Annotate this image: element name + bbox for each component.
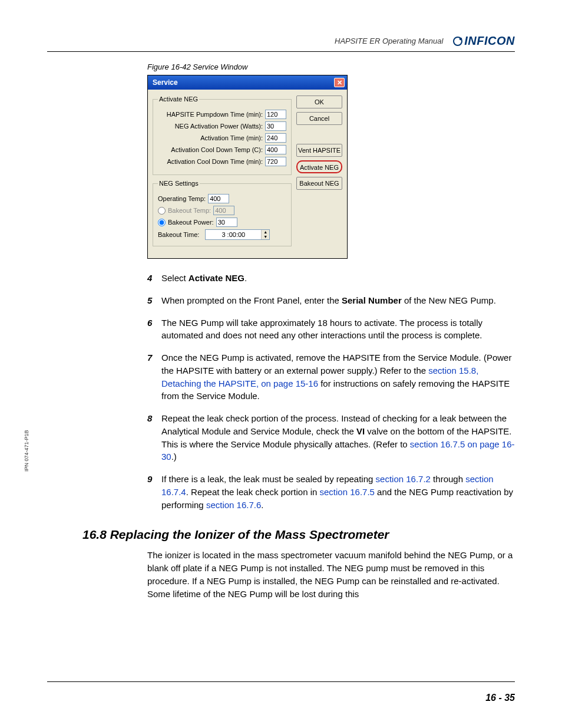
page-header: HAPSITE ER Operating Manual INFICON — [47, 34, 515, 52]
act-time-label: Activation Time (min): — [158, 134, 263, 141]
step-number: 6 — [147, 317, 161, 342]
manual-name: HAPSITE ER Operating Manual — [335, 37, 443, 45]
bakeout-time-input[interactable] — [206, 230, 261, 239]
cool-time-input[interactable] — [265, 157, 286, 166]
spinner-up-icon[interactable]: ▲ — [262, 230, 269, 235]
logo-icon — [452, 36, 463, 47]
cross-ref-link[interactable]: section 16.7.2 — [376, 474, 431, 484]
neg-settings-legend: NEG Settings — [158, 180, 200, 187]
svg-point-1 — [459, 37, 462, 40]
step-8-text: Repeat the leak check portion of the pro… — [161, 412, 515, 463]
step-6-text: The NEG Pump will take approximately 18 … — [161, 317, 515, 342]
bakeout-power-input[interactable] — [216, 218, 237, 227]
steps-content: 4 Select Activate NEG. 5 When prompted o… — [147, 272, 515, 511]
neg-settings-group: NEG Settings Operating Temp: Bakeout Tem… — [153, 180, 292, 246]
step-4-text: Select Activate NEG. — [161, 272, 515, 285]
page-number: 16 - 35 — [485, 693, 515, 703]
bakeout-temp-radio[interactable] — [158, 207, 166, 215]
pumpdown-label: HAPSITE Pumpdown Time (min): — [158, 111, 263, 118]
power-input[interactable] — [265, 121, 286, 131]
cancel-button[interactable]: Cancel — [296, 112, 342, 125]
vent-hapsite-button[interactable]: Vent HAPSITE — [296, 144, 342, 157]
activate-neg-group: Activate NEG HAPSITE Pumpdown Time (min)… — [153, 95, 292, 175]
step-number: 7 — [147, 351, 161, 403]
activate-neg-button[interactable]: Activate NEG — [296, 160, 342, 173]
section-heading: 16.8 Replacing the Ionizer of the Mass S… — [82, 528, 515, 542]
cool-temp-input[interactable] — [265, 145, 286, 154]
section-paragraph: The ionizer is located in the mass spect… — [147, 549, 515, 600]
step-number: 5 — [147, 294, 161, 307]
bakeout-power-radio[interactable] — [158, 219, 166, 226]
dialog-title: Service — [153, 78, 178, 87]
figure-caption: Figure 16-42 Service Window — [147, 62, 515, 71]
close-icon[interactable]: ✕ — [334, 78, 345, 87]
step-7-text: Once the NEG Pump is activated, remove t… — [161, 351, 515, 403]
step-number: 4 — [147, 272, 161, 285]
cross-ref-link[interactable]: section 16.7.5 — [320, 487, 375, 497]
step-number: 9 — [147, 473, 161, 511]
op-temp-label: Operating Temp: — [158, 195, 206, 202]
bakeout-temp-input[interactable] — [213, 206, 234, 215]
op-temp-input[interactable] — [208, 194, 229, 203]
power-label: NEG Activation Power (Watts): — [158, 123, 263, 130]
step-number: 8 — [147, 412, 161, 463]
brand-text: INFICON — [464, 34, 515, 48]
step-5-text: When prompted on the Front Panel, enter … — [161, 294, 515, 307]
side-ipn: IPN 074-471-P1B — [24, 430, 29, 472]
bakeout-time-label: Bakeout Time: — [158, 231, 199, 238]
page-footer: 16 - 35 — [47, 681, 515, 703]
brand-logo: INFICON — [452, 34, 515, 48]
bakeout-neg-button[interactable]: Bakeout NEG — [296, 177, 342, 190]
cool-time-label: Activation Cool Down Time (min): — [158, 158, 263, 165]
bakeout-power-label: Bakeout Power: — [168, 219, 214, 226]
activate-neg-legend: Activate NEG — [158, 95, 199, 103]
bakeout-time-spinner[interactable]: ▲▼ — [205, 229, 270, 240]
cool-temp-label: Activation Cool Down Temp (C): — [158, 146, 263, 153]
ok-button[interactable]: OK — [296, 95, 342, 108]
pumpdown-input[interactable] — [265, 110, 286, 119]
act-time-input[interactable] — [265, 133, 286, 143]
bakeout-temp-label: Bakeout Temp: — [168, 207, 211, 214]
cross-ref-link[interactable]: section 16.7.6 — [206, 500, 261, 510]
service-dialog: Service ✕ Activate NEG HAPSITE Pumpdown … — [147, 75, 348, 259]
spinner-down-icon[interactable]: ▼ — [262, 235, 269, 239]
step-9-text: If there is a leak, the leak must be sea… — [161, 473, 515, 511]
dialog-titlebar: Service ✕ — [148, 75, 347, 90]
